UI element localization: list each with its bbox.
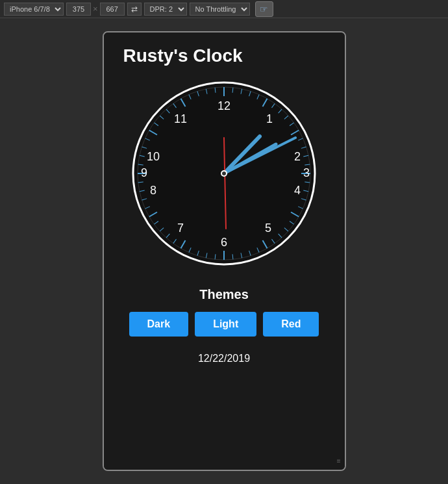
- dpr-select[interactable]: DPR: 2: [144, 3, 187, 16]
- app-content: Rusty's Clock: [104, 32, 345, 470]
- clock-svg: 12 1 2 3 4 5 6 7 8 9 10 11: [130, 79, 318, 268]
- rotate-icon[interactable]: ⇄: [127, 3, 142, 16]
- app-title: Rusty's Clock: [110, 45, 243, 66]
- touch-toggle-button[interactable]: ☞: [255, 1, 273, 17]
- theme-buttons-container: Dark Light Red: [129, 312, 319, 337]
- red-theme-button[interactable]: Red: [263, 312, 319, 337]
- svg-text:11: 11: [174, 112, 187, 125]
- light-theme-button[interactable]: Light: [195, 312, 256, 337]
- svg-text:12: 12: [218, 99, 230, 112]
- svg-text:5: 5: [265, 222, 271, 235]
- svg-text:2: 2: [294, 150, 301, 163]
- dimension-separator: ×: [92, 4, 99, 14]
- date-display: 12/22/2019: [198, 353, 250, 364]
- svg-text:3: 3: [303, 166, 310, 179]
- svg-text:1: 1: [266, 112, 273, 125]
- svg-text:8: 8: [150, 184, 156, 197]
- svg-text:10: 10: [147, 150, 160, 163]
- svg-text:4: 4: [294, 184, 301, 197]
- dimension-inputs: 375 × 667: [66, 3, 125, 16]
- clock-container: 12 1 2 3 4 5 6 7 8 9 10 11: [130, 79, 318, 268]
- main-area: Rusty's Clock: [0, 18, 448, 484]
- themes-label: Themes: [199, 287, 249, 302]
- throttle-select[interactable]: No Throttling: [190, 3, 250, 16]
- svg-point-79: [222, 172, 226, 175]
- device-select[interactable]: iPhone 6/7/8: [4, 3, 64, 16]
- svg-text:6: 6: [221, 236, 227, 249]
- height-input[interactable]: 667: [100, 3, 125, 16]
- svg-text:7: 7: [177, 222, 184, 235]
- device-toolbar: iPhone 6/7/8 375 × 667 ⇄ DPR: 2 No Throt…: [0, 0, 448, 18]
- svg-text:9: 9: [141, 166, 147, 179]
- dark-theme-button[interactable]: Dark: [129, 312, 189, 337]
- width-input[interactable]: 375: [66, 3, 91, 16]
- phone-frame: Rusty's Clock: [103, 31, 346, 471]
- scroll-indicator: ≡: [337, 457, 341, 465]
